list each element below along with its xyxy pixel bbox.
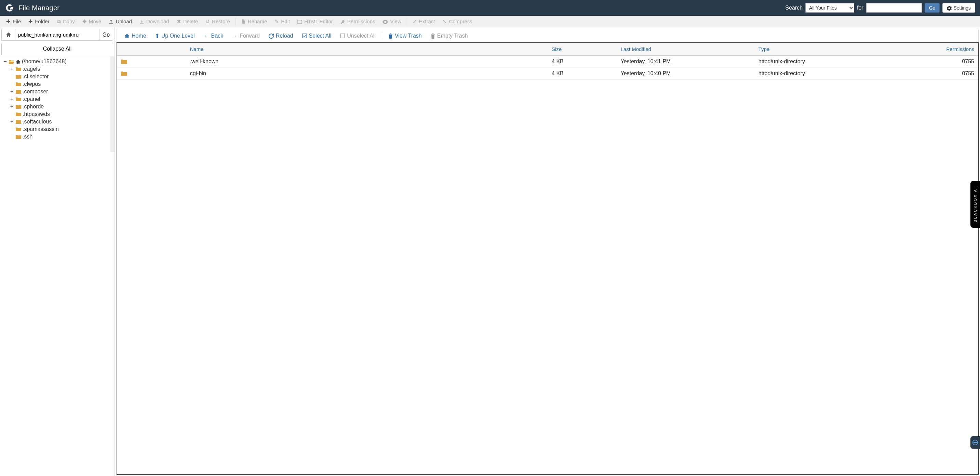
nav-toolbar: Home Up One Level ←Back →Forward Reload … (116, 29, 978, 42)
cell-name: .well-known (186, 56, 547, 68)
file-button[interactable]: ✚File (3, 16, 24, 27)
nav-up-button[interactable]: Up One Level (151, 31, 199, 41)
move-icon: ✥ (83, 19, 87, 25)
nav-forward-button[interactable]: →Forward (228, 31, 264, 41)
blackbox-ai-tab[interactable]: BLACKBOX AI (970, 181, 980, 228)
folder-icon (16, 134, 21, 140)
restore-button[interactable]: ↺Restore (202, 16, 234, 27)
nav-empty-trash-button[interactable]: Empty Trash (426, 31, 472, 41)
tree-item[interactable]: .cl.selector (3, 73, 108, 80)
collapse-all-button[interactable]: Collapse All (2, 43, 113, 55)
col-icon-header[interactable] (117, 43, 186, 56)
col-name-header[interactable]: Name (186, 43, 547, 56)
folder-icon (121, 70, 127, 76)
rename-button[interactable]: Rename (238, 16, 271, 26)
main-toolbar: ✚File ✚Folder ⧉Copy ✥Move Upload Downloa… (0, 16, 980, 27)
eye-icon (382, 19, 388, 24)
cell-name: cgi-bin (186, 68, 547, 80)
gear-icon (947, 5, 951, 11)
edit-button[interactable]: ✎Edit (271, 16, 293, 27)
tree-item[interactable]: +.composer (3, 88, 108, 96)
expand-icon[interactable]: + (10, 66, 14, 72)
path-home-button[interactable] (2, 29, 15, 40)
tree-item[interactable]: .clwpos (3, 80, 108, 88)
cell-size: 4 KB (547, 68, 617, 80)
folder-icon (16, 119, 21, 125)
cell-type: httpd/unix-directory (754, 56, 892, 68)
search-input[interactable] (866, 3, 922, 13)
tree-item[interactable]: +.softaculous (3, 118, 108, 126)
search-go-button[interactable]: Go (924, 3, 940, 13)
table-header-row: Name Size Last Modified Type Permissions (117, 43, 978, 56)
plus-icon: ✚ (29, 19, 33, 25)
table-row[interactable]: cgi-bin4 KBYesterday, 10:40 PMhttpd/unix… (117, 68, 978, 80)
tree-item-label: .cpanel (22, 96, 40, 102)
search-scope-select[interactable]: All Your Files (805, 3, 854, 13)
file-table-container: Name Size Last Modified Type Permissions… (116, 42, 978, 474)
forward-arrow-icon: → (232, 33, 237, 39)
compress-button[interactable]: ⤡Compress (439, 16, 476, 27)
view-button[interactable]: View (379, 16, 404, 26)
folder-button[interactable]: ✚Folder (25, 16, 53, 27)
folder-icon (16, 111, 21, 117)
folder-tree: − (/home/u1563648) +.cagefs.cl.selector.… (0, 56, 110, 142)
app-title: File Manager (19, 4, 59, 12)
header-right: Search All Your Files for Go Settings (785, 3, 975, 13)
home-icon (6, 32, 11, 38)
extract-button[interactable]: ⤢Extract (409, 16, 439, 27)
html-editor-button[interactable]: HTML Editor (294, 16, 336, 26)
delete-button[interactable]: ✖Delete (173, 16, 201, 27)
plus-icon: ✚ (6, 19, 11, 25)
path-input[interactable] (15, 29, 99, 40)
upload-button[interactable]: Upload (105, 16, 135, 26)
nav-select-all-button[interactable]: Select All (298, 31, 336, 41)
cell-size: 4 KB (547, 56, 617, 68)
tree-item-label: .softaculous (22, 119, 52, 125)
col-permissions-header[interactable]: Permissions (892, 43, 978, 56)
tree-item-label: .cphorde (22, 103, 44, 110)
nav-unselect-all-button[interactable]: Unselect All (336, 31, 380, 41)
teamviewer-widget[interactable] (970, 436, 980, 449)
expand-icon[interactable]: + (10, 96, 14, 102)
nav-home-button[interactable]: Home (120, 31, 150, 41)
tree-item[interactable]: .htpasswds (3, 110, 108, 118)
tree-item-label: .spamassassin (22, 126, 59, 132)
extract-icon: ⤢ (412, 19, 417, 25)
upload-icon (109, 19, 113, 24)
nav-reload-button[interactable]: Reload (264, 31, 298, 41)
tree-item[interactable]: +.cagefs (3, 65, 108, 73)
folder-icon (16, 66, 21, 72)
collapse-icon[interactable]: − (3, 59, 8, 65)
tree-root-label: (/home/u1563648) (22, 59, 67, 65)
cpanel-logo-icon (5, 3, 14, 13)
col-size-header[interactable]: Size (547, 43, 617, 56)
tree-item-label: .clwpos (22, 81, 41, 87)
tree-item[interactable]: +.cphorde (3, 103, 108, 110)
move-button[interactable]: ✥Move (79, 16, 105, 27)
tree-item[interactable]: .ssh (3, 133, 108, 140)
expand-icon[interactable]: + (10, 119, 14, 125)
folder-icon (16, 103, 21, 110)
expand-icon[interactable]: + (10, 103, 14, 110)
table-row[interactable]: .well-known4 KBYesterday, 10:41 PMhttpd/… (117, 56, 978, 68)
col-type-header[interactable]: Type (754, 43, 892, 56)
col-modified-header[interactable]: Last Modified (617, 43, 754, 56)
expand-icon[interactable]: + (10, 89, 14, 95)
folder-icon (16, 73, 21, 80)
download-button[interactable]: Download (136, 16, 173, 26)
tree-root[interactable]: − (/home/u1563648) (3, 58, 108, 65)
back-arrow-icon: ← (204, 33, 209, 39)
app-header: File Manager Search All Your Files for G… (0, 0, 980, 16)
tree-item[interactable]: +.cpanel (3, 96, 108, 103)
path-go-button[interactable]: Go (99, 29, 113, 40)
nav-back-button[interactable]: ←Back (200, 31, 228, 41)
cell-permissions: 0755 (892, 68, 978, 80)
settings-button[interactable]: Settings (942, 3, 975, 13)
tree-item-label: .htpasswds (22, 111, 50, 117)
tree-item[interactable]: .spamassassin (3, 126, 108, 133)
trash-icon (388, 33, 393, 39)
download-icon (140, 19, 144, 24)
nav-view-trash-button[interactable]: View Trash (384, 31, 426, 41)
copy-button[interactable]: ⧉Copy (54, 16, 78, 27)
permissions-button[interactable]: Permissions (337, 16, 379, 26)
